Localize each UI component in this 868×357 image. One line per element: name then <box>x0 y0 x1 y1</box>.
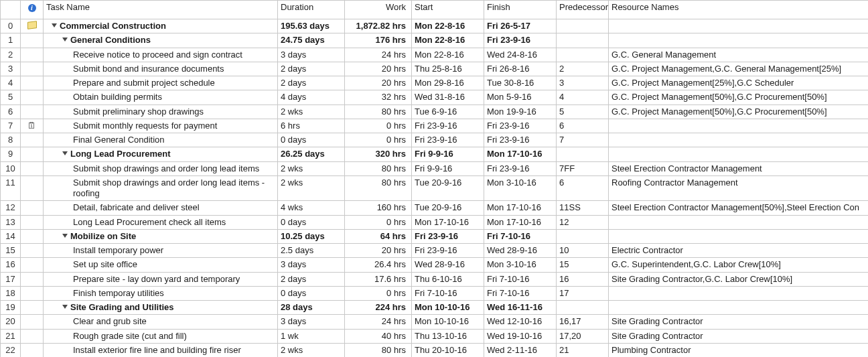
finish-cell[interactable]: Wed 12-10-16 <box>484 315 557 329</box>
resources-cell[interactable] <box>609 215 869 229</box>
resources-cell[interactable]: G.C. Project Management[50%],G.C Procure… <box>609 104 869 119</box>
duration-cell[interactable]: 2 days <box>278 76 345 90</box>
resources-cell[interactable] <box>609 33 869 48</box>
table-row[interactable]: 6Submit preliminary shop drawings2 wks80… <box>1 104 869 119</box>
table-row[interactable]: 19Site Grading and Utilities28 days224 h… <box>1 301 869 315</box>
table-row[interactable]: 15Install temporary power2.5 days20 hrsF… <box>1 244 869 258</box>
finish-cell[interactable]: Fri 23-9-16 <box>484 33 557 48</box>
row-number[interactable]: 7 <box>1 119 21 133</box>
row-number[interactable]: 21 <box>1 329 21 343</box>
outline-toggle-icon[interactable] <box>52 23 57 27</box>
row-number[interactable]: 20 <box>1 315 21 329</box>
duration-cell[interactable]: 0 days <box>278 286 345 300</box>
work-cell[interactable]: 160 hrs <box>345 201 412 215</box>
table-row[interactable]: 12Detail, fabricate and deliver steel4 w… <box>1 201 869 215</box>
task-name-cell[interactable]: Set up site office <box>44 258 278 272</box>
outline-toggle-icon[interactable] <box>62 234 68 238</box>
row-number[interactable]: 12 <box>1 201 21 215</box>
resources-cell[interactable] <box>609 286 869 300</box>
row-number[interactable]: 1 <box>1 33 21 48</box>
resources-cell[interactable]: Plumbing Contractor <box>609 343 869 357</box>
start-cell[interactable]: Mon 17-10-16 <box>412 215 484 229</box>
row-number[interactable]: 6 <box>1 104 21 119</box>
task-name-cell[interactable]: Rough grade site (cut and fill) <box>44 329 278 343</box>
duration-cell[interactable]: 6 hrs <box>278 119 345 133</box>
resources-cell[interactable]: Roofing Contractor Management <box>609 175 869 201</box>
finish-cell[interactable]: Mon 5-9-16 <box>484 90 557 104</box>
row-number[interactable]: 10 <box>1 161 21 175</box>
table-row[interactable]: 13Long Lead Procurement check all items0… <box>1 215 869 229</box>
duration-cell[interactable]: 2 wks <box>278 175 345 201</box>
duration-cell[interactable]: 3 days <box>278 258 345 272</box>
row-number[interactable]: 3 <box>1 62 21 76</box>
start-cell[interactable]: Thu 25-8-16 <box>412 62 484 76</box>
task-name-cell[interactable]: Install temporary power <box>44 244 278 258</box>
row-number[interactable]: 17 <box>1 272 21 286</box>
start-cell[interactable]: Tue 20-9-16 <box>412 201 484 215</box>
start-cell[interactable]: Fri 9-9-16 <box>412 161 484 175</box>
finish-cell[interactable]: Tue 30-8-16 <box>484 76 557 90</box>
task-name-cell[interactable]: Submit shop drawings and order long lead… <box>44 175 278 201</box>
work-cell[interactable]: 20 hrs <box>345 62 412 76</box>
finish-cell[interactable]: Mon 17-10-16 <box>484 201 557 215</box>
work-cell[interactable]: 32 hrs <box>345 90 412 104</box>
finish-cell[interactable]: Fri 7-10-16 <box>484 286 557 300</box>
work-cell[interactable]: 0 hrs <box>345 286 412 300</box>
resources-cell[interactable] <box>609 119 869 133</box>
start-cell[interactable]: Thu 20-10-16 <box>412 343 484 357</box>
row-number[interactable]: 16 <box>1 258 21 272</box>
start-cell[interactable]: Mon 22-8-16 <box>412 48 484 62</box>
predecessors-cell[interactable]: 6 <box>557 175 609 201</box>
predecessors-cell[interactable] <box>557 19 609 33</box>
task-name-cell[interactable]: Prepare and submit project schedule <box>44 76 278 90</box>
work-cell[interactable]: 20 hrs <box>345 76 412 90</box>
predecessors-cell[interactable] <box>557 33 609 48</box>
predecessors-cell[interactable]: 15 <box>557 258 609 272</box>
header-rownum[interactable] <box>1 1 21 19</box>
start-cell[interactable]: Wed 31-8-16 <box>412 90 484 104</box>
resources-cell[interactable]: G.C. Project Management[25%],G.C Schedul… <box>609 76 869 90</box>
task-name-cell[interactable]: Site Grading and Utilities <box>44 301 278 315</box>
duration-cell[interactable]: 1 wk <box>278 329 345 343</box>
outline-toggle-icon[interactable] <box>62 151 68 155</box>
table-row[interactable]: 16Set up site office3 days26.4 hrsWed 28… <box>1 258 869 272</box>
duration-cell[interactable]: 2 wks <box>278 104 345 119</box>
work-cell[interactable]: 24 hrs <box>345 48 412 62</box>
finish-cell[interactable]: Wed 2-11-16 <box>484 343 557 357</box>
predecessors-cell[interactable] <box>557 48 609 62</box>
resources-cell[interactable] <box>609 19 869 33</box>
work-cell[interactable]: 0 hrs <box>345 133 412 147</box>
row-number[interactable]: 22 <box>1 343 21 357</box>
finish-cell[interactable]: Mon 19-9-16 <box>484 104 557 119</box>
outline-toggle-icon[interactable] <box>62 305 68 309</box>
finish-cell[interactable]: Mon 3-10-16 <box>484 175 557 201</box>
gantt-task-table[interactable]: i Task Name Duration Work Start Finish P… <box>0 0 868 357</box>
work-cell[interactable]: 64 hrs <box>345 229 412 243</box>
table-row[interactable]: 7🗓Submit monthly requests for payment6 h… <box>1 119 869 133</box>
task-name-cell[interactable]: Prepare site - lay down yard and tempora… <box>44 272 278 286</box>
finish-cell[interactable]: Mon 17-10-16 <box>484 215 557 229</box>
row-number[interactable]: 5 <box>1 90 21 104</box>
duration-cell[interactable]: 2 days <box>278 272 345 286</box>
task-name-cell[interactable]: Obtain building permits <box>44 90 278 104</box>
finish-cell[interactable]: Fri 7-10-16 <box>484 272 557 286</box>
table-row[interactable]: 2Receive notice to proceed and sign cont… <box>1 48 869 62</box>
duration-cell[interactable]: 3 days <box>278 315 345 329</box>
predecessors-cell[interactable] <box>557 301 609 315</box>
predecessors-cell[interactable]: 21 <box>557 343 609 357</box>
work-cell[interactable]: 80 hrs <box>345 343 412 357</box>
duration-cell[interactable]: 26.25 days <box>278 147 345 161</box>
resources-cell[interactable]: Steel Erection Contractor Management <box>609 161 869 175</box>
predecessors-cell[interactable] <box>557 229 609 243</box>
predecessors-cell[interactable]: 4 <box>557 90 609 104</box>
table-row[interactable]: 8Final General Condition0 days0 hrsFri 2… <box>1 133 869 147</box>
work-cell[interactable]: 176 hrs <box>345 33 412 48</box>
finish-cell[interactable]: Wed 16-11-16 <box>484 301 557 315</box>
resources-cell[interactable]: G.C. Project Management[50%],G.C Procure… <box>609 90 869 104</box>
start-cell[interactable]: Thu 6-10-16 <box>412 272 484 286</box>
start-cell[interactable]: Mon 22-8-16 <box>412 33 484 48</box>
predecessors-cell[interactable]: 7FF <box>557 161 609 175</box>
finish-cell[interactable]: Fri 26-8-16 <box>484 62 557 76</box>
start-cell[interactable]: Fri 23-9-16 <box>412 244 484 258</box>
row-number[interactable]: 13 <box>1 215 21 229</box>
